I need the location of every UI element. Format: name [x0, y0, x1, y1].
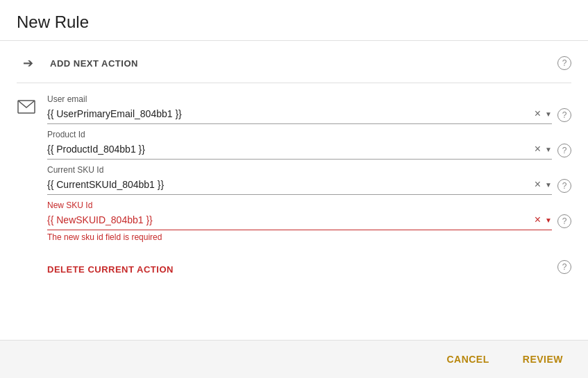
product-id-field-row: Product Id × ▼ ?	[47, 130, 571, 160]
page-wrapper: New Rule ➔ ADD NEXT ACTION ?	[0, 0, 588, 378]
new-sku-id-help: ?	[557, 200, 571, 228]
current-sku-id-label: Current SKU Id	[47, 165, 552, 175]
add-next-action-label[interactable]: ADD NEXT ACTION	[50, 58, 138, 69]
current-sku-id-icons: × ▼	[535, 179, 552, 190]
current-sku-id-help-icon[interactable]: ?	[557, 179, 571, 193]
product-id-field-group: Product Id × ▼	[47, 130, 552, 160]
new-sku-id-help-icon[interactable]: ?	[557, 214, 571, 228]
new-sku-id-icons: × ▼	[535, 214, 552, 225]
user-email-clear-icon[interactable]: ×	[535, 108, 541, 119]
user-email-input-wrapper: × ▼	[47, 107, 552, 124]
delete-current-action-button[interactable]: DELETE CURRENT ACTION	[17, 253, 174, 280]
page-title: New Rule	[17, 12, 571, 32]
product-id-label: Product Id	[47, 130, 552, 139]
product-id-help-icon[interactable]: ?	[557, 144, 571, 157]
user-email-label: User email	[47, 94, 552, 104]
add-next-action-help-icon[interactable]: ?	[557, 56, 571, 70]
footer: CANCEL REVIEW	[0, 340, 588, 378]
product-id-clear-icon[interactable]: ×	[535, 144, 541, 155]
user-email-dropdown-icon[interactable]: ▼	[545, 110, 552, 118]
product-id-input[interactable]	[47, 142, 535, 156]
current-sku-id-field-row: Current SKU Id × ▼ ?	[47, 165, 571, 195]
product-id-dropdown-icon[interactable]: ▼	[545, 146, 552, 153]
new-sku-id-clear-icon[interactable]: ×	[535, 214, 541, 225]
new-sku-id-dropdown-icon[interactable]: ▼	[545, 216, 552, 224]
product-id-icons: × ▼	[535, 144, 552, 155]
new-sku-id-label: New SKU Id	[47, 200, 552, 210]
user-email-field-group: User email × ▼	[47, 94, 552, 124]
delete-action-help-icon[interactable]: ?	[557, 260, 571, 274]
delete-action-row: DELETE CURRENT ACTION ?	[17, 248, 571, 291]
new-sku-id-error-text: The new sku id field is required	[47, 232, 552, 242]
product-id-help: ?	[557, 130, 571, 157]
fields-col: User email × ▼ ?	[47, 94, 571, 248]
header: New Rule	[0, 0, 588, 41]
action-icon-col	[17, 94, 36, 248]
current-sku-id-clear-icon[interactable]: ×	[535, 179, 541, 190]
new-sku-id-input[interactable]	[47, 213, 535, 227]
current-sku-id-input-wrapper: × ▼	[47, 178, 552, 195]
add-next-action-left: ➔ ADD NEXT ACTION	[17, 52, 138, 74]
user-email-input[interactable]	[47, 107, 535, 121]
product-id-input-wrapper: × ▼	[47, 142, 552, 160]
current-sku-id-help: ?	[557, 165, 571, 193]
user-email-field-row: User email × ▼ ?	[47, 94, 571, 124]
review-button[interactable]: REVIEW	[514, 348, 571, 370]
email-icon	[17, 97, 36, 117]
new-sku-id-input-wrapper: × ▼	[47, 213, 552, 230]
new-sku-id-field-group: New SKU Id × ▼ The new sku id field is r…	[47, 200, 552, 242]
current-sku-id-field-group: Current SKU Id × ▼	[47, 165, 552, 195]
add-next-action-row: ➔ ADD NEXT ACTION ?	[17, 41, 571, 83]
user-email-icons: × ▼	[535, 108, 552, 119]
new-sku-id-field-row: New SKU Id × ▼ The new sku id field is r…	[47, 200, 571, 242]
user-email-help: ?	[557, 94, 571, 122]
cancel-button[interactable]: CANCEL	[438, 348, 497, 370]
user-email-help-icon[interactable]: ?	[557, 108, 571, 122]
current-sku-id-dropdown-icon[interactable]: ▼	[545, 181, 552, 189]
action-section: User email × ▼ ?	[17, 83, 571, 248]
arrow-icon[interactable]: ➔	[17, 52, 39, 74]
current-sku-id-input[interactable]	[47, 178, 535, 191]
content: ➔ ADD NEXT ACTION ?	[0, 41, 588, 340]
